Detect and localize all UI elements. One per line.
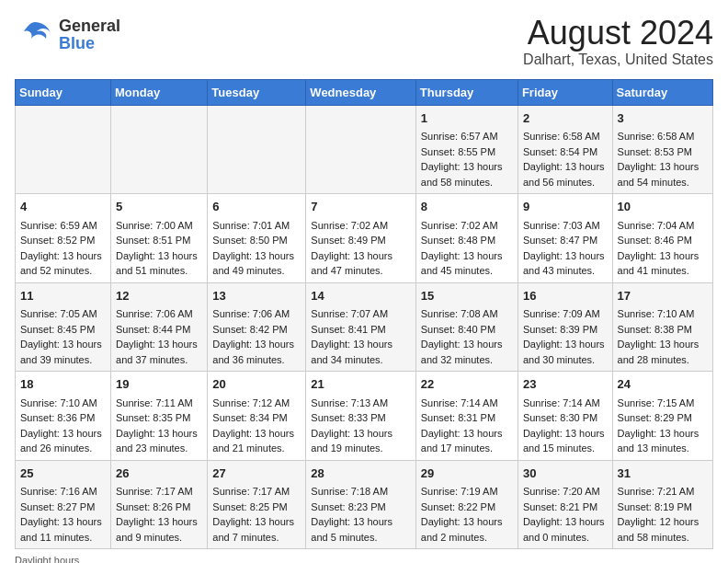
day-info: Daylight: 13 hours and 51 minutes.	[116, 248, 202, 279]
calendar-cell: 5Sunrise: 7:00 AMSunset: 8:51 PMDaylight…	[111, 194, 208, 283]
day-number: 23	[523, 375, 608, 394]
calendar-cell: 22Sunrise: 7:14 AMSunset: 8:31 PMDayligh…	[415, 372, 518, 461]
day-info: Sunset: 8:50 PM	[212, 233, 301, 248]
day-info: Sunset: 8:45 PM	[20, 322, 106, 338]
day-info: Sunset: 8:33 PM	[311, 410, 410, 426]
location-title: Dalhart, Texas, United States	[523, 52, 713, 68]
day-info: Daylight: 13 hours and 39 minutes.	[20, 337, 106, 367]
calendar-cell	[16, 105, 111, 194]
calendar-cell: 20Sunrise: 7:12 AMSunset: 8:34 PMDayligh…	[208, 372, 306, 461]
day-number: 7	[311, 198, 410, 216]
week-row-4: 18Sunrise: 7:10 AMSunset: 8:36 PMDayligh…	[16, 372, 713, 461]
calendar-cell: 27Sunrise: 7:17 AMSunset: 8:25 PMDayligh…	[208, 460, 306, 549]
day-info: Sunset: 8:49 PM	[311, 233, 410, 248]
day-info: Daylight: 13 hours and 43 minutes.	[523, 248, 608, 279]
day-info: Daylight: 13 hours and 21 minutes.	[212, 426, 301, 456]
day-number: 4	[20, 198, 106, 216]
day-info: Daylight: 13 hours and 41 minutes.	[618, 248, 708, 279]
calendar-cell: 25Sunrise: 7:16 AMSunset: 8:27 PMDayligh…	[16, 460, 111, 549]
day-info: Daylight: 13 hours and 15 minutes.	[523, 426, 608, 456]
header-cell-wednesday: Wednesday	[306, 79, 415, 105]
day-info: Sunset: 8:42 PM	[212, 322, 301, 338]
day-info: Sunrise: 7:12 AM	[212, 396, 301, 411]
day-info: Daylight: 13 hours and 17 minutes.	[421, 426, 513, 456]
day-info: Sunset: 8:44 PM	[116, 322, 202, 338]
calendar-cell: 23Sunrise: 7:14 AMSunset: 8:30 PMDayligh…	[518, 372, 612, 461]
day-info: Sunset: 8:30 PM	[523, 410, 608, 426]
week-row-5: 25Sunrise: 7:16 AMSunset: 8:27 PMDayligh…	[16, 460, 713, 549]
calendar-cell: 12Sunrise: 7:06 AMSunset: 8:44 PMDayligh…	[111, 282, 208, 372]
header-cell-sunday: Sunday	[16, 79, 111, 105]
day-info: Daylight: 13 hours and 56 minutes.	[523, 159, 608, 190]
day-info: Daylight: 13 hours and 28 minutes.	[618, 337, 708, 367]
day-info: Sunrise: 7:13 AM	[311, 396, 410, 411]
header-cell-monday: Monday	[111, 79, 208, 105]
day-info: Daylight: 13 hours and 52 minutes.	[20, 248, 106, 279]
calendar-cell	[208, 105, 306, 194]
day-info: Sunset: 8:34 PM	[212, 410, 301, 426]
day-info: Daylight: 13 hours and 58 minutes.	[421, 159, 513, 190]
calendar-cell: 9Sunrise: 7:03 AMSunset: 8:47 PMDaylight…	[518, 194, 612, 283]
day-info: Daylight: 13 hours and 11 minutes.	[20, 514, 106, 545]
day-info: Sunset: 8:38 PM	[618, 322, 708, 338]
calendar-cell: 31Sunrise: 7:21 AMSunset: 8:19 PMDayligh…	[612, 460, 712, 549]
week-row-2: 4Sunrise: 6:59 AMSunset: 8:52 PMDaylight…	[16, 194, 713, 283]
day-number: 26	[116, 465, 202, 483]
week-row-3: 11Sunrise: 7:05 AMSunset: 8:45 PMDayligh…	[16, 282, 713, 372]
day-number: 8	[421, 198, 513, 216]
logo: GeneralBlue	[15, 15, 120, 55]
day-info: Daylight: 13 hours and 34 minutes.	[311, 337, 410, 367]
day-info: Sunset: 8:47 PM	[523, 233, 608, 248]
day-info: Daylight: 13 hours and 9 minutes.	[116, 514, 202, 545]
day-info: Daylight: 13 hours and 5 minutes.	[311, 514, 410, 545]
week-row-1: 1Sunrise: 6:57 AMSunset: 8:55 PMDaylight…	[16, 105, 713, 194]
day-info: Sunset: 8:29 PM	[618, 410, 708, 426]
day-info: Sunrise: 7:01 AM	[212, 218, 301, 234]
calendar-cell: 30Sunrise: 7:20 AMSunset: 8:21 PMDayligh…	[518, 460, 612, 549]
day-info: Sunrise: 7:19 AM	[421, 484, 513, 500]
day-info: Sunrise: 7:02 AM	[421, 218, 513, 234]
calendar-cell: 10Sunrise: 7:04 AMSunset: 8:46 PMDayligh…	[612, 194, 712, 283]
day-info: Daylight: 13 hours and 2 minutes.	[421, 514, 513, 545]
day-info: Daylight: 13 hours and 37 minutes.	[116, 337, 202, 367]
day-number: 22	[421, 375, 513, 394]
day-info: Sunrise: 7:10 AM	[20, 396, 106, 411]
day-number: 3	[618, 109, 708, 128]
calendar-cell: 7Sunrise: 7:02 AMSunset: 8:49 PMDaylight…	[306, 194, 415, 283]
day-info: Daylight: 13 hours and 36 minutes.	[212, 337, 301, 367]
calendar-cell: 8Sunrise: 7:02 AMSunset: 8:48 PMDaylight…	[415, 194, 518, 283]
day-number: 21	[311, 375, 410, 394]
day-info: Sunrise: 7:00 AM	[116, 218, 202, 234]
calendar-cell: 14Sunrise: 7:07 AMSunset: 8:41 PMDayligh…	[306, 282, 415, 372]
calendar-cell: 6Sunrise: 7:01 AMSunset: 8:50 PMDaylight…	[208, 194, 306, 283]
day-info: Sunset: 8:27 PM	[20, 500, 106, 515]
day-info: Sunrise: 6:58 AM	[523, 129, 608, 144]
day-info: Sunrise: 7:18 AM	[311, 484, 410, 500]
day-info: Sunset: 8:39 PM	[523, 322, 608, 338]
calendar-cell: 3Sunrise: 6:58 AMSunset: 8:53 PMDaylight…	[612, 105, 712, 194]
calendar-cell: 15Sunrise: 7:08 AMSunset: 8:40 PMDayligh…	[415, 282, 518, 372]
day-info: Sunset: 8:54 PM	[523, 144, 608, 160]
day-info: Daylight: 13 hours and 30 minutes.	[523, 337, 608, 367]
day-info: Daylight: 13 hours and 7 minutes.	[212, 514, 301, 545]
calendar-cell: 21Sunrise: 7:13 AMSunset: 8:33 PMDayligh…	[306, 372, 415, 461]
day-number: 10	[618, 198, 708, 216]
day-info: Sunset: 8:25 PM	[212, 500, 301, 515]
calendar-cell: 4Sunrise: 6:59 AMSunset: 8:52 PMDaylight…	[16, 194, 111, 283]
header-cell-thursday: Thursday	[415, 79, 518, 105]
day-number: 9	[523, 198, 608, 216]
day-info: Sunrise: 7:17 AM	[212, 484, 301, 500]
day-info: Sunrise: 7:20 AM	[523, 484, 608, 500]
day-info: Sunrise: 7:16 AM	[20, 484, 106, 500]
calendar-cell: 19Sunrise: 7:11 AMSunset: 8:35 PMDayligh…	[111, 372, 208, 461]
day-info: Daylight: 13 hours and 23 minutes.	[116, 426, 202, 456]
day-info: Sunrise: 7:15 AM	[618, 396, 708, 411]
day-number: 19	[116, 375, 202, 394]
calendar-cell: 26Sunrise: 7:17 AMSunset: 8:26 PMDayligh…	[111, 460, 208, 549]
day-info: Sunrise: 7:05 AM	[20, 306, 106, 322]
header-cell-tuesday: Tuesday	[208, 79, 306, 105]
calendar-cell: 13Sunrise: 7:06 AMSunset: 8:42 PMDayligh…	[208, 282, 306, 372]
calendar-cell: 18Sunrise: 7:10 AMSunset: 8:36 PMDayligh…	[16, 372, 111, 461]
day-info: Sunrise: 7:06 AM	[212, 306, 301, 322]
logo-general: General	[59, 17, 120, 35]
